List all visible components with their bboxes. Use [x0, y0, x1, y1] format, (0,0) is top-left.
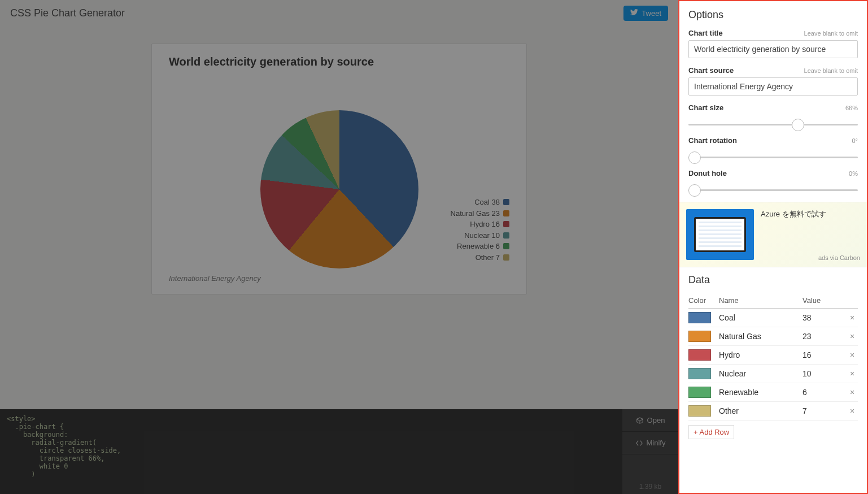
table-row: × — [688, 327, 858, 346]
row-name-input[interactable] — [719, 331, 798, 342]
row-delete-button[interactable]: × — [847, 388, 858, 396]
legend-item: Renewable 6 — [451, 241, 509, 252]
sidebar[interactable]: Options Chart title Leave blank to omit … — [678, 0, 868, 494]
row-value-input[interactable] — [802, 331, 842, 342]
pie-chart — [260, 110, 418, 268]
row-delete-button[interactable]: × — [847, 407, 858, 415]
row-value-input[interactable] — [802, 387, 842, 398]
legend-swatch — [503, 254, 509, 261]
chart-source-input[interactable] — [688, 77, 858, 96]
color-swatch[interactable] — [688, 312, 711, 323]
open-icon — [636, 417, 644, 424]
legend-swatch — [503, 221, 509, 227]
legend-item: Coal 38 — [451, 197, 509, 208]
legend-item: Natural Gas 23 — [451, 208, 509, 219]
open-button[interactable]: Open — [622, 409, 678, 432]
code-output[interactable]: <style> .pie-chart { background: radial-… — [0, 409, 622, 494]
legend-item: Hydro 16 — [451, 219, 509, 230]
legend-item: Nuclear 10 — [451, 230, 509, 241]
chart-rotation-label: Chart rotation — [688, 136, 737, 145]
legend-swatch — [503, 232, 509, 239]
chart-rotation-slider[interactable] — [688, 157, 858, 158]
topbar: CSS Pie Chart Generator Tweet — [0, 0, 678, 27]
chart-size-value: 66% — [845, 105, 858, 111]
color-swatch[interactable] — [688, 387, 711, 398]
preview-area: World electricity generation by source C… — [0, 27, 678, 409]
chart-title-input[interactable] — [688, 40, 858, 58]
ad-text: Azure を無料で試す — [761, 209, 860, 260]
chart-title: World electricity generation by source — [169, 55, 509, 68]
chart-legend: Coal 38Natural Gas 23Hydro 16Nuclear 10R… — [451, 197, 509, 263]
chart-title-label: Chart title — [688, 29, 723, 37]
donut-hole-slider[interactable] — [688, 189, 858, 191]
table-row: × — [688, 365, 858, 383]
row-name-input[interactable] — [719, 405, 798, 417]
row-name-input[interactable] — [719, 387, 798, 398]
row-name-input[interactable] — [719, 349, 798, 361]
data-table-header: Color Name Value — [688, 294, 858, 309]
row-delete-button[interactable]: × — [847, 332, 858, 340]
table-row: × — [688, 402, 858, 421]
row-name-input[interactable] — [719, 312, 798, 323]
row-delete-button[interactable]: × — [847, 314, 858, 322]
chart-size-label: Chart size — [688, 103, 723, 112]
donut-hole-label: Donut hole — [688, 169, 727, 177]
color-swatch[interactable] — [688, 368, 711, 379]
row-value-input[interactable] — [802, 312, 842, 323]
row-value-input[interactable] — [802, 349, 842, 361]
ad-thumbnail — [686, 209, 754, 260]
color-swatch[interactable] — [688, 349, 711, 361]
table-row: × — [688, 309, 858, 327]
app-title: CSS Pie Chart Generator — [10, 7, 125, 19]
table-row: × — [688, 383, 858, 402]
code-size: 1.39 kb — [622, 479, 678, 494]
row-delete-button[interactable]: × — [847, 351, 858, 359]
ad-attribution: ads via Carbon — [818, 254, 860, 261]
table-row: × — [688, 346, 858, 365]
ad-banner[interactable]: Azure を無料で試す ads via Carbon — [679, 202, 867, 267]
row-name-input[interactable] — [719, 368, 798, 379]
legend-swatch — [503, 243, 509, 249]
row-value-input[interactable] — [802, 368, 842, 379]
chart-card: World electricity generation by source C… — [151, 44, 527, 294]
legend-swatch — [503, 199, 509, 205]
legend-item: Other 7 — [451, 252, 509, 263]
chart-size-slider[interactable] — [688, 124, 858, 125]
options-heading: Options — [688, 9, 858, 21]
row-value-input[interactable] — [802, 405, 842, 417]
chart-source-hint: Leave blank to omit — [804, 67, 858, 74]
color-swatch[interactable] — [688, 405, 711, 417]
legend-swatch — [503, 210, 509, 216]
chart-source-label: Chart source — [688, 66, 734, 75]
minify-button[interactable]: Minify — [622, 432, 678, 454]
row-delete-button[interactable]: × — [847, 370, 858, 378]
chart-rotation-value: 0° — [852, 137, 858, 144]
minify-icon — [635, 439, 643, 447]
add-row-button[interactable]: + Add Row — [688, 425, 734, 439]
chart-source: International Energy Agency — [169, 274, 509, 283]
donut-hole-value: 0% — [849, 170, 858, 177]
twitter-icon — [630, 9, 639, 18]
data-heading: Data — [688, 274, 858, 286]
chart-title-hint: Leave blank to omit — [804, 30, 858, 37]
tweet-button[interactable]: Tweet — [623, 6, 668, 21]
code-actions: Open Minify 1.39 kb — [622, 409, 678, 494]
color-swatch[interactable] — [688, 331, 711, 342]
